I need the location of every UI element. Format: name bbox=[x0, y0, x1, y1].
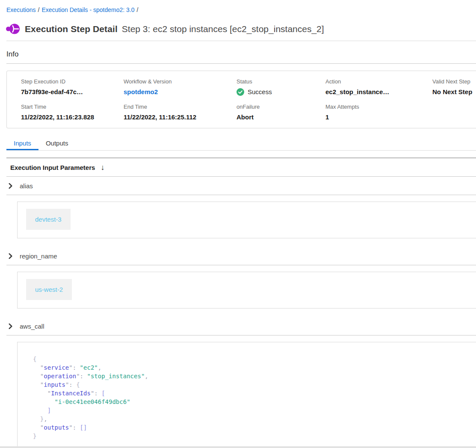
chevron-right-icon bbox=[9, 323, 12, 329]
bottom-scrollbar-track[interactable] bbox=[0, 446, 476, 448]
status-badge: Success bbox=[237, 88, 325, 96]
info-field-workflow-version: Workflow & Version spotdemo2 bbox=[124, 78, 237, 96]
field-value: 11/22/2022, 11:16:25.112 bbox=[124, 113, 237, 121]
field-value: No Next Step bbox=[432, 88, 476, 96]
param-row-aws-call[interactable]: aws_call bbox=[6, 317, 476, 335]
field-value: 11/22/2022, 11:16:23.828 bbox=[21, 113, 124, 121]
info-field-max-attempts: Max Attempts 1 bbox=[325, 104, 432, 121]
info-field-action: Action ec2_stop_instance… bbox=[325, 78, 432, 96]
params-header-row[interactable]: Execution Input Parameters ↓ bbox=[6, 158, 476, 177]
param-panel-alias: devtest-3 bbox=[6, 195, 476, 247]
info-field-empty bbox=[432, 104, 476, 121]
param-value-chip: devtest-3 bbox=[26, 209, 71, 230]
field-label: Action bbox=[325, 78, 432, 85]
field-label: Max Attempts bbox=[325, 104, 432, 110]
page-header: Execution Step Detail Step 3: ec2 stop i… bbox=[6, 23, 476, 35]
execution-input-parameters-table: Execution Input Parameters ↓ alias devte… bbox=[6, 157, 476, 448]
info-field-start-time: Start Time 11/22/2022, 11:16:23.828 bbox=[21, 104, 124, 121]
param-row-alias[interactable]: alias bbox=[6, 177, 476, 195]
page-title: Execution Step Detail bbox=[25, 24, 118, 34]
info-card: Step Execution ID 7b73f93e-edaf-47c… Wor… bbox=[6, 71, 476, 128]
field-label: onFailure bbox=[237, 104, 325, 110]
field-label: Start Time bbox=[21, 104, 124, 110]
info-field-onfailure: onFailure Abort bbox=[237, 104, 325, 121]
status-text: Success bbox=[248, 88, 272, 96]
field-label: Workflow & Version bbox=[124, 78, 237, 85]
tab-outputs[interactable]: Outputs bbox=[38, 138, 76, 150]
param-name: alias bbox=[20, 182, 33, 190]
param-panel-aws-call: { "service": "ec2", "operation": "stop_i… bbox=[6, 335, 476, 448]
workflow-link[interactable]: spotdemo2 bbox=[124, 88, 237, 96]
chevron-right-icon bbox=[9, 183, 12, 189]
field-label: Status bbox=[237, 78, 325, 85]
field-value: ec2_stop_instance… bbox=[325, 88, 432, 96]
json-code: { "service": "ec2", "operation": "stop_i… bbox=[33, 355, 476, 440]
field-value: Abort bbox=[237, 113, 325, 121]
field-label: Step Execution ID bbox=[21, 78, 124, 85]
value-panel: us-west-2 bbox=[17, 272, 476, 309]
breadcrumb: Executions/Execution Details - spotdemo2… bbox=[0, 0, 476, 14]
info-field-step-execution-id: Step Execution ID 7b73f93e-edaf-47c… bbox=[21, 78, 124, 96]
info-field-status: Status Success bbox=[237, 78, 325, 96]
brand-logo-icon bbox=[6, 23, 20, 35]
info-divider bbox=[6, 63, 476, 64]
breadcrumb-separator: / bbox=[38, 6, 39, 13]
field-value: 1 bbox=[325, 113, 432, 121]
param-value-chip: us-west-2 bbox=[26, 279, 72, 300]
breadcrumb-separator: / bbox=[137, 6, 139, 13]
breadcrumb-link-execution-details[interactable]: Execution Details - spotdemo2: 3.0 bbox=[41, 6, 134, 13]
field-label: Valid Next Step bbox=[432, 78, 476, 85]
breadcrumb-link-executions[interactable]: Executions bbox=[6, 6, 35, 13]
field-label: End Time bbox=[124, 104, 237, 110]
value-panel: devtest-3 bbox=[17, 202, 476, 238]
header-divider bbox=[6, 41, 476, 41]
info-section-heading: Info bbox=[6, 50, 476, 59]
chevron-right-icon bbox=[9, 253, 12, 259]
page-subtitle: Step 3: ec2 stop instances [ec2_stop_ins… bbox=[122, 24, 324, 34]
tab-bar: Inputs Outputs bbox=[6, 138, 476, 151]
params-header-label: Execution Input Parameters bbox=[10, 164, 95, 171]
info-field-end-time: End Time 11/22/2022, 11:16:25.112 bbox=[124, 104, 237, 121]
param-panel-region-name: us-west-2 bbox=[6, 265, 476, 317]
param-name: region_name bbox=[20, 252, 57, 260]
param-name: aws_call bbox=[20, 323, 44, 330]
param-row-region-name[interactable]: region_name bbox=[6, 247, 476, 265]
info-field-valid-next-step: Valid Next Step No Next Step bbox=[432, 78, 476, 96]
success-check-icon bbox=[237, 88, 244, 96]
tab-inputs[interactable]: Inputs bbox=[6, 138, 38, 150]
field-value: 7b73f93e-edaf-47c… bbox=[21, 88, 124, 96]
arrow-down-icon[interactable]: ↓ bbox=[101, 163, 104, 171]
json-viewer: { "service": "ec2", "operation": "stop_i… bbox=[17, 342, 476, 447]
